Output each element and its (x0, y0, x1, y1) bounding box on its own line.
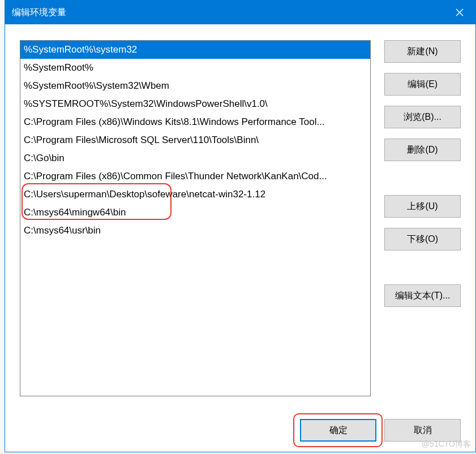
move-down-button[interactable]: 下移(O) (384, 228, 461, 250)
close-icon (456, 8, 464, 16)
side-button-panel: 新建(N) 编辑(E) 浏览(B)... 删除(D) 上移(U) 下移(O) 编… (384, 40, 461, 396)
list-item[interactable]: %SystemRoot% (20, 59, 370, 77)
list-item[interactable]: %SYSTEMROOT%\System32\WindowsPowerShell\… (20, 95, 370, 113)
dialog-footer: 确定 取消 (20, 410, 461, 442)
background-fragments (0, 0, 5, 452)
list-item[interactable]: %SystemRoot%\system32 (20, 41, 370, 59)
list-item[interactable]: C:\msys64\usr\bin (20, 222, 370, 240)
cancel-button[interactable]: 取消 (384, 419, 461, 442)
delete-button[interactable]: 删除(D) (384, 139, 461, 161)
close-button[interactable] (444, 1, 475, 24)
browse-button[interactable]: 浏览(B)... (384, 106, 461, 128)
move-up-button[interactable]: 上移(U) (384, 195, 461, 218)
new-button[interactable]: 新建(N) (384, 40, 461, 63)
list-item[interactable]: C:\Users\superman\Desktop\sofeware\netca… (20, 185, 370, 204)
dialog-title: 编辑环境变量 (12, 7, 444, 19)
list-item[interactable]: C:\Program Files\Microsoft SQL Server\11… (20, 131, 370, 149)
path-listbox[interactable]: %SystemRoot%\system32%SystemRoot%%System… (20, 40, 371, 396)
titlebar: 编辑环境变量 (5, 1, 475, 24)
dialog-content: %SystemRoot%\system32%SystemRoot%%System… (5, 24, 475, 452)
list-item[interactable]: C:\msys64\mingw64\bin (20, 204, 370, 222)
edit-environment-variable-dialog: 编辑环境变量 %SystemRoot%\system32%SystemRoot%… (5, 0, 476, 452)
main-row: %SystemRoot%\system32%SystemRoot%%System… (20, 40, 461, 396)
edit-text-button[interactable]: 编辑文本(T)... (384, 284, 461, 307)
list-item[interactable]: %SystemRoot%\System32\Wbem (20, 77, 370, 95)
list-item[interactable]: C:\Program Files (x86)\Windows Kits\8.1\… (20, 113, 370, 131)
edit-button[interactable]: 编辑(E) (384, 73, 461, 96)
ok-button[interactable]: 确定 (300, 419, 376, 442)
list-item[interactable]: C:\Go\bin (20, 149, 370, 167)
list-item[interactable]: C:\Program Files (x86)\Common Files\Thun… (20, 167, 370, 185)
